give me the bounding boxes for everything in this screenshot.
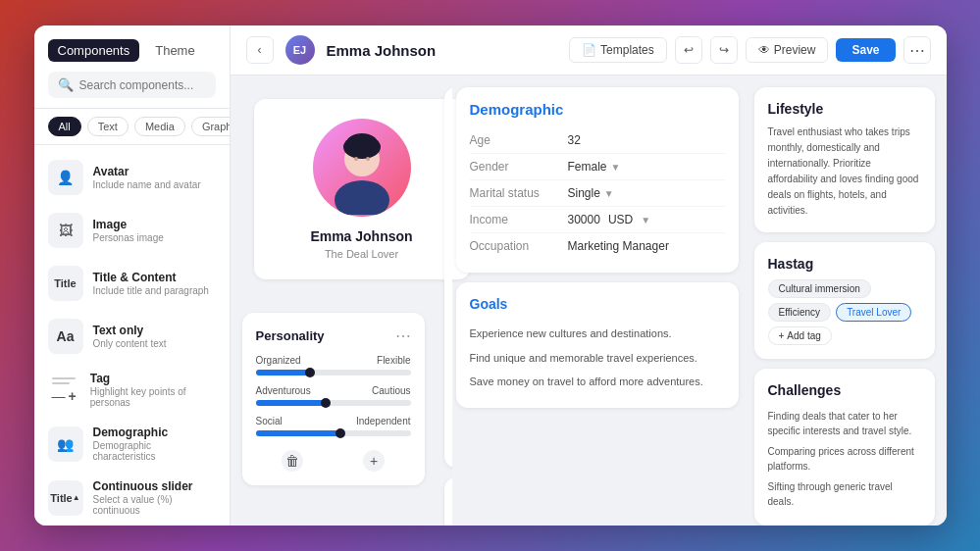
avatar-title: Avatar xyxy=(93,165,201,178)
delete-trait-btn[interactable]: 🗑 xyxy=(282,450,303,472)
challenge-2: Comparing prices across different platfo… xyxy=(768,441,921,476)
hastag-section: Hastag Cultural immersion Efficiency Tra… xyxy=(754,242,935,359)
tag-desc: Highlight key points of personas xyxy=(90,386,216,408)
image-desc: Personas image xyxy=(93,232,164,243)
persona-sidebar: Emma Johnson The Deal Lover Personality … xyxy=(231,75,437,526)
continuous-slider-title: Continuous slider xyxy=(93,479,216,493)
demo-income: Income 30000 USD ▼ xyxy=(470,207,725,233)
add-tag-button[interactable]: + Add tag xyxy=(768,326,832,345)
component-tag[interactable]: — + Tag Highlight key points of personas xyxy=(34,363,230,417)
tab-theme[interactable]: Theme xyxy=(145,39,204,62)
trait-organized: Organized Flexible xyxy=(256,355,411,376)
demographic-icon: 👥 xyxy=(48,426,83,462)
demographic-section-title: Demographic xyxy=(470,101,725,118)
tag-pills: Cultural immersion Efficiency Travel Lov… xyxy=(768,279,921,345)
add-trait-btn[interactable]: + xyxy=(363,450,385,472)
component-list: 👤 Avatar Include name and avatar 🖼 Image… xyxy=(34,145,230,526)
goals-title: Goals xyxy=(470,296,725,312)
redo-button[interactable]: ↪ xyxy=(710,36,738,64)
search-box: 🔍 xyxy=(48,72,216,98)
svg-point-3 xyxy=(346,133,378,153)
component-title-content[interactable]: Title Title & Content Include title and … xyxy=(34,257,230,310)
page-title: Emma Johnson xyxy=(327,42,558,59)
component-image[interactable]: 🖼 Image Personas image xyxy=(34,204,230,257)
tag-icon: — + xyxy=(48,373,80,408)
tag-cultural-immersion[interactable]: Cultural immersion xyxy=(768,279,871,298)
filter-all[interactable]: All xyxy=(48,117,81,136)
sidebar: Components Theme 🔍 All Text Media Graph … xyxy=(34,25,231,526)
templates-button[interactable]: 📄 Templates xyxy=(569,37,667,63)
filter-graph[interactable]: Graph xyxy=(191,117,231,136)
trait-adventurous: Adventurous Cautious xyxy=(256,385,411,406)
challenges-title: Challenges xyxy=(768,382,921,398)
undo-button[interactable]: ↩ xyxy=(675,36,702,64)
personality-more-btn[interactable]: ⋯ xyxy=(395,326,411,345)
tag-efficiency[interactable]: Efficiency xyxy=(768,303,832,322)
trait-social: Social Independent xyxy=(256,416,411,436)
gender-dropdown-arrow: ▼ xyxy=(611,162,621,173)
continuous-slider-desc: Select a value (%) continuous xyxy=(93,494,216,516)
template-icon: 📄 xyxy=(582,43,596,57)
middle-panel: Quotes "I'm always looking for new and e… xyxy=(437,75,452,526)
text-only-title: Text only xyxy=(93,324,167,337)
continuous-slider-icon: Title▲ xyxy=(48,480,83,516)
goal-1: Experience new cultures and destinations… xyxy=(470,322,725,346)
text-only-desc: Only content text xyxy=(93,338,167,349)
persona-svg xyxy=(318,122,406,215)
lifestyle-text: Travel enthusiast who takes trips monthl… xyxy=(768,125,921,219)
svg-point-5 xyxy=(366,157,370,161)
svg-point-0 xyxy=(335,180,389,215)
quotes-section: Quotes "I'm always looking for new and e… xyxy=(444,87,452,468)
component-balance-slider[interactable]: ⊡ Balance slider xyxy=(34,525,230,526)
component-text-only[interactable]: Aa Text only Only content text xyxy=(34,310,230,363)
component-continuous-slider[interactable]: Title▲ Continuous slider Select a value … xyxy=(34,471,230,525)
collapse-btn[interactable]: ‹ xyxy=(246,36,274,64)
demographic-title: Demographic xyxy=(93,426,216,439)
avatar-desc: Include name and avatar xyxy=(93,179,201,190)
save-button[interactable]: Save xyxy=(836,38,895,62)
tag-travel-lover[interactable]: Travel Lover xyxy=(836,303,911,322)
persona-role: The Deal Lover xyxy=(325,248,398,260)
challenge-3: Sifting through generic travel deals. xyxy=(768,476,921,512)
title-content-icon: Title xyxy=(48,266,83,301)
text-only-icon: Aa xyxy=(48,319,83,354)
goal-2: Find unique and memorable travel experie… xyxy=(470,346,725,371)
filter-text[interactable]: Text xyxy=(87,117,129,136)
goal-3: Save money on travel to afford more adve… xyxy=(470,370,725,394)
challenge-1: Finding deals that cater to her specific… xyxy=(768,406,921,441)
image-title: Image xyxy=(93,218,164,231)
preview-button[interactable]: 👁 Preview xyxy=(746,37,829,63)
sidebar-tabs: Components Theme xyxy=(48,39,216,62)
filter-media[interactable]: Media xyxy=(134,117,185,136)
component-avatar[interactable]: 👤 Avatar Include name and avatar xyxy=(34,151,230,204)
personality-section: Personality ⋯ Organized Flexible xyxy=(242,313,425,485)
persona-avatar-topbar: EJ xyxy=(285,35,315,65)
main-window: Components Theme 🔍 All Text Media Graph … xyxy=(34,25,947,526)
tab-components[interactable]: Components xyxy=(48,39,140,62)
search-input[interactable] xyxy=(79,78,206,92)
income-dropdown-arrow: ▼ xyxy=(641,215,650,225)
marital-dropdown-arrow: ▼ xyxy=(604,188,614,199)
search-icon: 🔍 xyxy=(58,77,74,92)
svg-point-4 xyxy=(354,157,358,161)
avatar-icon: 👤 xyxy=(48,160,83,195)
component-demographic[interactable]: 👥 Demographic Demographic characteristic… xyxy=(34,417,230,471)
demographic-desc: Demographic characteristics xyxy=(93,440,216,462)
title-content-title: Title & Content xyxy=(93,271,209,284)
demographic-section: Demographic Age 32 Gender Female ▼ Marit… xyxy=(456,87,739,273)
top-bar-actions: 📄 Templates ↩ ↪ 👁 Preview Save ⋯ xyxy=(569,36,930,64)
filter-tabs: All Text Media Graph xyxy=(34,109,230,145)
title-content-desc: Include title and paragraph xyxy=(93,285,209,296)
tag-title: Tag xyxy=(90,372,216,385)
main-area: ‹ EJ Emma Johnson 📄 Templates ↩ ↪ 👁 Prev… xyxy=(231,25,947,526)
top-bar: ‹ EJ Emma Johnson 📄 Templates ↩ ↪ 👁 Prev… xyxy=(231,25,947,75)
demo-gender: Gender Female ▼ xyxy=(470,154,725,180)
hastag-title: Hastag xyxy=(768,256,921,272)
persona-name-card: Emma Johnson xyxy=(310,228,412,244)
image-icon: 🖼 xyxy=(48,213,83,248)
content-area: Emma Johnson The Deal Lover Personality … xyxy=(231,75,947,526)
more-button[interactable]: ⋯ xyxy=(903,36,931,64)
personality-header: Personality ⋯ xyxy=(256,326,411,345)
far-right-panel: Lifestyle Travel enthusiast who takes tr… xyxy=(750,75,947,526)
lifestyle-title: Lifestyle xyxy=(768,101,921,117)
